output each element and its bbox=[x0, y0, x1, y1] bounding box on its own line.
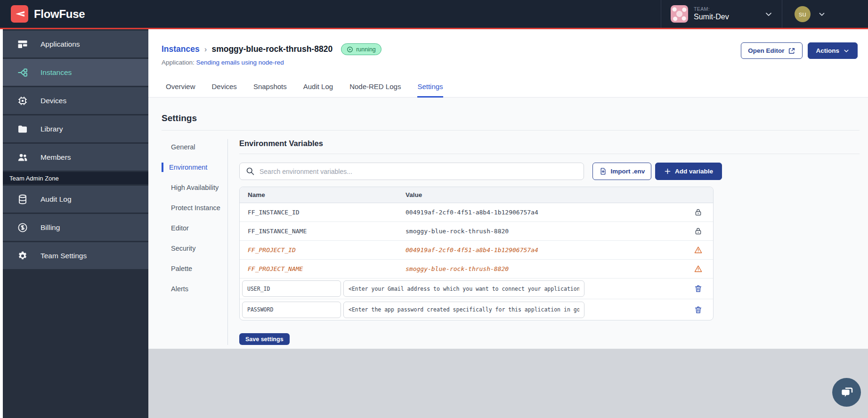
tab-audit-log[interactable]: Audit Log bbox=[303, 78, 333, 98]
team-meta: TEAM: Sumit-Dev bbox=[694, 6, 729, 22]
add-variable-label: Add variable bbox=[675, 168, 713, 175]
dollar-icon bbox=[17, 222, 28, 233]
settings-section: Settings General Environment High Availa… bbox=[148, 98, 868, 349]
tab-overview[interactable]: Overview bbox=[166, 78, 195, 98]
user-menu[interactable]: su bbox=[782, 0, 868, 28]
sidebar-item-instances[interactable]: Instances bbox=[3, 59, 148, 86]
navbar-right: TEAM: Sumit-Dev su bbox=[661, 0, 868, 28]
subnav-protect-instance[interactable]: Protect Instance bbox=[162, 203, 221, 213]
flowfuse-logo-icon bbox=[11, 5, 28, 23]
environment-panel: Environment Variables Impo bbox=[228, 139, 860, 345]
env-value: 004919af-2cf0-4f51-a8b4-1b12906757a4 bbox=[406, 209, 683, 216]
top-navbar: FlowFuse TEAM: Sumit-Dev su bbox=[0, 0, 868, 29]
open-editor-label: Open Editor bbox=[748, 47, 784, 54]
import-env-button[interactable]: Import .env bbox=[592, 163, 651, 180]
column-header-value: Value bbox=[406, 191, 683, 198]
table-row-ff-project-id: FF_PROJECT_ID 004919af-2cf0-4f51-a8b4-1b… bbox=[240, 241, 713, 260]
application-link[interactable]: Sending emails using node-red bbox=[196, 59, 284, 66]
env-name: FF_PROJECT_NAME bbox=[240, 265, 406, 272]
env-value-input[interactable] bbox=[343, 280, 584, 297]
applications-icon bbox=[17, 39, 28, 50]
table-row-ff-project-name: FF_PROJECT_NAME smoggy-blue-rock-thrush-… bbox=[240, 260, 713, 279]
delete-variable-button[interactable] bbox=[683, 305, 713, 314]
env-name: FF_PROJECT_ID bbox=[240, 246, 406, 254]
subnav-palette[interactable]: Palette bbox=[162, 264, 221, 273]
tab-devices[interactable]: Devices bbox=[212, 78, 237, 98]
search-input[interactable] bbox=[239, 163, 584, 180]
tab-node-red-logs[interactable]: Node-RED Logs bbox=[349, 78, 401, 98]
subnav-editor[interactable]: Editor bbox=[162, 223, 221, 233]
sidebar-item-devices[interactable]: Devices bbox=[3, 87, 148, 114]
instances-icon bbox=[17, 67, 28, 78]
save-settings-button[interactable]: Save settings bbox=[239, 333, 290, 345]
subnav-alerts[interactable]: Alerts bbox=[162, 284, 221, 294]
env-value: smoggy-blue-rock-thrush-8820 bbox=[406, 228, 683, 235]
sidebar-item-applications[interactable]: Applications bbox=[3, 31, 148, 57]
folder-icon bbox=[17, 123, 28, 135]
settings-body: General Environment High Availability Pr… bbox=[162, 139, 860, 345]
sidebar-item-label: Members bbox=[41, 153, 71, 162]
sidebar-item-label: Library bbox=[41, 125, 63, 133]
actions-button[interactable]: Actions bbox=[808, 42, 858, 59]
subnav-general[interactable]: General bbox=[162, 142, 221, 152]
lock-icon bbox=[683, 227, 713, 236]
database-icon bbox=[17, 194, 28, 205]
play-circle-icon bbox=[347, 46, 353, 53]
header-buttons: Open Editor Actions bbox=[741, 42, 858, 59]
sidebar-item-members[interactable]: Members bbox=[3, 144, 148, 171]
gear-icon bbox=[17, 250, 28, 262]
table-row-ff-instance-id: FF_INSTANCE_ID 004919af-2cf0-4f51-a8b4-1… bbox=[240, 203, 713, 222]
chip-icon bbox=[17, 95, 28, 107]
add-variable-button[interactable]: Add variable bbox=[655, 163, 722, 180]
env-toolbar: Import .env Add variable bbox=[239, 163, 860, 180]
sidebar: Applications Instances Devices Library M… bbox=[3, 29, 148, 418]
users-icon bbox=[17, 152, 28, 163]
settings-divider bbox=[162, 130, 860, 131]
env-name-input[interactable] bbox=[242, 302, 341, 318]
instance-name: smoggy-blue-rock-thrush-8820 bbox=[211, 44, 333, 54]
column-header-name: Name bbox=[240, 191, 406, 198]
lock-icon bbox=[683, 208, 713, 217]
env-value-input[interactable] bbox=[343, 302, 584, 318]
chat-widget-button[interactable] bbox=[832, 378, 861, 407]
table-row-password bbox=[240, 299, 713, 320]
delete-variable-button[interactable] bbox=[683, 284, 713, 293]
open-editor-button[interactable]: Open Editor bbox=[741, 42, 803, 59]
tab-snapshots[interactable]: Snapshots bbox=[253, 78, 287, 98]
team-switcher[interactable]: TEAM: Sumit-Dev bbox=[661, 0, 782, 28]
subnav-high-availability[interactable]: High Availability bbox=[162, 183, 221, 192]
table-header: Name Value bbox=[240, 187, 713, 203]
env-name: FF_INSTANCE_NAME bbox=[240, 228, 406, 235]
sidebar-item-audit-log[interactable]: Audit Log bbox=[3, 186, 148, 213]
tab-settings[interactable]: Settings bbox=[417, 78, 443, 98]
status-badge: running bbox=[341, 43, 381, 55]
sidebar-section-team-admin-zone: Team Admin Zone bbox=[3, 172, 148, 184]
chevron-down-icon bbox=[818, 10, 826, 18]
application-label: Application: bbox=[162, 59, 195, 66]
settings-title: Settings bbox=[162, 98, 860, 123]
page-header: Instances › smoggy-blue-rock-thrush-8820… bbox=[148, 29, 868, 78]
env-variables-table: Name Value FF_INSTANCE_ID 004919af-2cf0-… bbox=[239, 187, 714, 320]
breadcrumb-instances-link[interactable]: Instances bbox=[162, 44, 200, 54]
actions-label: Actions bbox=[816, 47, 839, 54]
sidebar-item-label: Instances bbox=[41, 68, 72, 77]
user-avatar: su bbox=[795, 6, 811, 22]
brand-name: FlowFuse bbox=[34, 8, 85, 21]
sidebar-item-library[interactable]: Library bbox=[3, 115, 148, 142]
env-value: 004919af-2cf0-4f51-a8b4-1b12906757a4 bbox=[406, 246, 683, 254]
sidebar-item-label: Billing bbox=[41, 223, 60, 232]
env-name-input[interactable] bbox=[242, 280, 341, 297]
main-content: Instances › smoggy-blue-rock-thrush-8820… bbox=[148, 29, 868, 418]
subnav-environment[interactable]: Environment bbox=[162, 163, 221, 172]
subnav-security[interactable]: Security bbox=[162, 244, 221, 253]
flowfuse-logo[interactable]: FlowFuse bbox=[0, 5, 85, 23]
external-link-icon bbox=[788, 47, 795, 55]
instance-tabs: Overview Devices Snapshots Audit Log Nod… bbox=[148, 78, 868, 98]
team-avatar bbox=[671, 5, 688, 23]
sidebar-item-billing[interactable]: Billing bbox=[3, 214, 148, 241]
environment-variables-title: Environment Variables bbox=[239, 139, 860, 154]
sidebar-item-team-settings[interactable]: Team Settings bbox=[3, 242, 148, 269]
breadcrumb-separator: › bbox=[204, 45, 207, 54]
chevron-down-icon bbox=[843, 48, 850, 54]
env-value: smoggy-blue-rock-thrush-8820 bbox=[406, 265, 683, 272]
